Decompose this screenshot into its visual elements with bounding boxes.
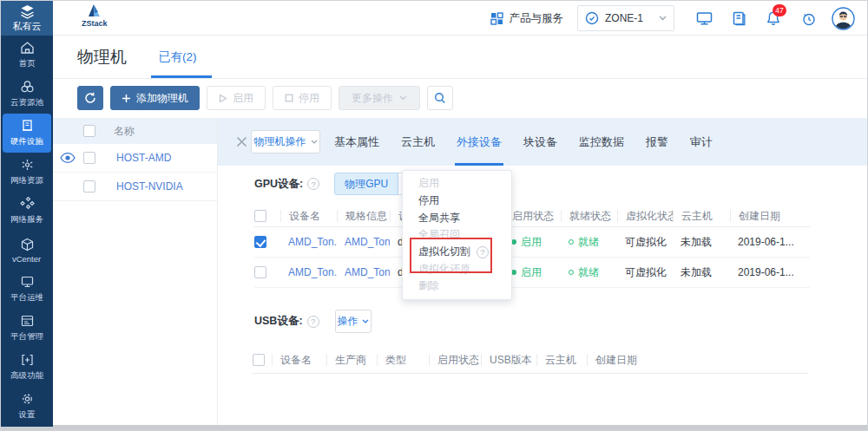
chevron-down-icon [399, 95, 407, 101]
tab-block-devices[interactable]: 块设备 [523, 118, 557, 166]
physical-gpu-toggle[interactable]: 物理GPU [334, 173, 398, 195]
toolbar: 添加物理机 启用 停用 更多操作 [53, 79, 867, 118]
sidebar-brand[interactable]: 私有云 [1, 1, 53, 36]
cube-icon [20, 238, 35, 251]
tab-monitoring[interactable]: 监控数据 [579, 118, 624, 166]
close-icon[interactable] [230, 130, 253, 153]
usb-section-label: USB设备: [254, 314, 303, 329]
detail-tabs: 基本属性 云主机 外接设备 块设备 监控数据 报警 审计 [334, 118, 713, 166]
refresh-button[interactable] [77, 86, 103, 110]
more-actions-button[interactable]: 更多操作 [339, 86, 420, 110]
host-list: 名称 HOST-AMD HOST-NVIDIA [53, 118, 218, 427]
docs-button[interactable] [721, 1, 756, 36]
sidebar-item-vcenter[interactable]: vCenter [1, 231, 53, 270]
viewing-eye-icon [60, 153, 76, 164]
panel-list-icon [20, 314, 35, 328]
gpu-row-1[interactable]: AMD_Ton... AMD_Ton... dd... 启用 就绪 可虚拟化 未… [254, 227, 810, 258]
grid-icon [490, 12, 503, 25]
clock-icon [801, 11, 816, 26]
console-button[interactable] [687, 1, 721, 36]
cloud-type-label: 私有云 [13, 20, 42, 33]
history-button[interactable] [791, 1, 825, 36]
host-list-header: 名称 [53, 118, 217, 144]
help-icon[interactable]: ? [307, 316, 319, 328]
host-actions-dropdown[interactable]: 物理机操作 [251, 130, 320, 153]
stop-icon [285, 94, 293, 102]
sidebar-item-network-service[interactable]: 网络服务 [1, 192, 53, 231]
network-gear-icon [20, 158, 35, 172]
help-icon[interactable]: ? [477, 246, 489, 258]
select-all-checkbox[interactable] [83, 125, 95, 137]
chevron-down-icon [311, 140, 318, 144]
sidebar-item-platform-ops[interactable]: 平台运维 [1, 270, 53, 309]
window-bottom-edge [1, 425, 867, 430]
help-icon[interactable]: ? [307, 178, 319, 190]
home-icon [20, 41, 35, 55]
tab-basic-properties[interactable]: 基本属性 [334, 118, 379, 166]
disable-button[interactable]: 停用 [273, 86, 332, 110]
gpu-context-menu: 启用 停用 全局共享 全局召回 虚拟化切割 ? 虚拟化还原 删除 [402, 170, 512, 300]
gpu-row-2[interactable]: AMD_Ton... AMD_Ton... da... 启用 就绪 可虚拟化 未… [254, 258, 810, 288]
user-avatar[interactable] [825, 1, 860, 36]
detail-body: GPU设备: ? 物理GPU vGPU 设备名 规格信息 设... 启用状态 就… [218, 166, 867, 427]
col-enable-state: 启用状态 [429, 354, 481, 366]
active-tab-underline [151, 75, 212, 78]
menu-item-global-share[interactable]: 全局共享 [403, 209, 511, 226]
search-button[interactable] [427, 86, 453, 110]
host-checkbox[interactable] [83, 180, 95, 193]
col-vm: 云主机 [536, 354, 587, 366]
tab-vm-instances[interactable]: 云主机 [401, 118, 435, 166]
sidebar-item-network-resource[interactable]: 网络资源 [1, 153, 53, 192]
menu-item-enable[interactable]: 启用 [403, 175, 511, 193]
tab-audit[interactable]: 审计 [690, 118, 713, 166]
gpu-row-checkbox[interactable] [254, 236, 266, 248]
usb-actions-dropdown[interactable]: 操作 [335, 310, 372, 333]
col-virt-state: 虚拟化状态 [617, 210, 673, 222]
monitor-icon [696, 11, 713, 26]
menu-item-global-recall[interactable]: 全局召回 [403, 226, 511, 244]
zstack-logo: ZStack [82, 3, 108, 28]
avatar-icon [832, 7, 855, 30]
col-vendor: 生产商 [326, 354, 377, 366]
ready-ring-icon [569, 270, 574, 275]
ready-ring-icon [569, 239, 574, 245]
host-row-nvidia[interactable]: HOST-NVIDIA [53, 173, 217, 201]
detail-header-band: 物理机操作 基本属性 云主机 外接设备 块设备 监控数据 报警 审计 [218, 118, 867, 166]
products-services-menu[interactable]: 产品与服务 [490, 11, 564, 26]
col-device-name: 设备名 [280, 210, 337, 222]
zone-selector[interactable]: ZONE-1 [577, 5, 674, 31]
add-host-button[interactable]: 添加物理机 [110, 86, 200, 110]
gpu-select-all-checkbox[interactable] [254, 210, 266, 222]
plus-icon [122, 94, 131, 103]
host-row-amd[interactable]: HOST-AMD [53, 144, 217, 173]
diamond-cross-icon [20, 197, 35, 211]
sidebar-item-resource-pool[interactable]: 云资源池 [1, 75, 53, 114]
notifications-button[interactable]: 47 [756, 1, 791, 36]
sidebar-item-platform-mgmt[interactable]: 平台管理 [1, 309, 53, 348]
menu-item-virtualization-split[interactable]: 虚拟化切割 ? [403, 244, 511, 261]
zone-icon [585, 11, 599, 25]
brackets-plus-icon [20, 353, 35, 367]
sidebar-item-home[interactable]: 首页 [1, 36, 53, 75]
tab-alerts[interactable]: 报警 [646, 118, 668, 166]
menu-item-virtualization-restore[interactable]: 虚拟化还原 [403, 260, 511, 278]
page-title: 物理机 [77, 36, 127, 79]
col-type: 类型 [377, 354, 429, 366]
chevron-down-icon [659, 16, 667, 21]
sidebar-item-settings[interactable]: 设置 [1, 387, 53, 426]
play-icon [219, 94, 227, 103]
tab-external-devices[interactable]: 外接设备 [457, 118, 502, 166]
host-checkbox[interactable] [83, 152, 95, 164]
sidebar-item-hardware[interactable]: 硬件设施 [3, 114, 51, 153]
sidebar-item-advanced[interactable]: 高级功能 [1, 348, 53, 387]
name-column-header: 名称 [114, 118, 135, 144]
col-created: 创建日期 [587, 354, 667, 366]
gpu-row-checkbox[interactable] [254, 266, 266, 278]
enable-button[interactable]: 启用 [207, 86, 266, 110]
notification-badge: 47 [773, 4, 786, 16]
usb-select-all-checkbox[interactable] [253, 354, 265, 366]
menu-item-disable[interactable]: 停用 [403, 193, 511, 210]
menu-item-delete[interactable]: 删除 [403, 278, 511, 295]
zstack-triangle-icon [85, 3, 104, 18]
tab-existing[interactable]: 已有(2) [159, 36, 197, 79]
